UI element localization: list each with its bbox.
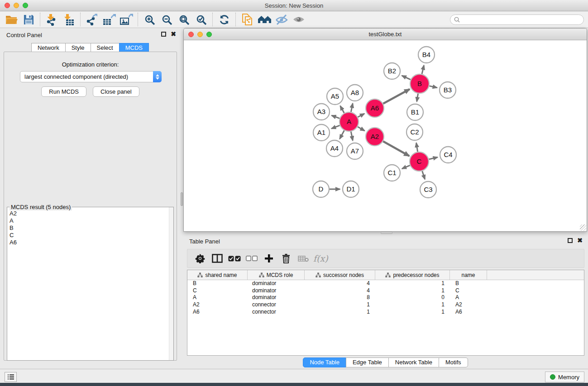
table-settings-gear-button[interactable] [193, 251, 207, 266]
home-button[interactable] [258, 13, 271, 26]
graph-node-A8[interactable]: A8 [347, 85, 363, 101]
tab-node-table[interactable]: Node Table [303, 357, 346, 367]
network-canvas[interactable]: B4B2BB3A8A5A6A3B1AA1C2A2A4A7C4CC1C3DD1 [184, 40, 587, 231]
table-row[interactable]: A6connector11A6 [187, 309, 584, 316]
graph-node-D1[interactable]: D1 [343, 181, 359, 197]
tab-select[interactable]: Select [91, 43, 120, 52]
graph-node-C[interactable]: C [410, 152, 429, 171]
tab-network[interactable]: Network [31, 43, 66, 52]
edge-A-A5[interactable] [340, 106, 344, 113]
search-box[interactable] [450, 14, 584, 25]
edge-B-B3[interactable] [429, 86, 437, 88]
control-panel-float-button[interactable] [161, 32, 166, 37]
graph-node-A4[interactable]: A4 [326, 140, 343, 157]
table-panel-float-button[interactable] [568, 238, 573, 243]
edge-A-A4[interactable] [339, 130, 344, 139]
export-table-button[interactable] [102, 13, 116, 26]
network-resize-grip[interactable] [580, 224, 586, 231]
graph-node-A2[interactable]: A2 [366, 128, 384, 146]
edge-A6-B[interactable] [383, 89, 410, 104]
graph-node-B1[interactable]: B1 [407, 104, 423, 120]
column-header-name[interactable]: name [450, 270, 487, 280]
run-mcds-button[interactable]: Run MCDS [41, 86, 86, 97]
horizontal-splitter-handle[interactable] [381, 232, 392, 234]
tab-edge-table[interactable]: Edge Table [346, 357, 389, 367]
graph-node-A5[interactable]: A5 [327, 88, 343, 105]
refresh-button[interactable] [217, 13, 231, 26]
mcds-result-item[interactable]: A [10, 217, 169, 224]
table-row[interactable]: Bdominator41B [187, 280, 584, 287]
edge-B-B1[interactable] [417, 94, 418, 102]
table-row[interactable]: Cdominator41C [187, 287, 584, 295]
edge-B-B2[interactable] [402, 76, 411, 80]
copy-networks-button[interactable] [240, 13, 254, 26]
import-table-button[interactable] [62, 13, 76, 26]
mcds-result-scrollbar[interactable] [169, 207, 173, 360]
deselect-all-columns-button[interactable] [244, 251, 259, 266]
open-session-button[interactable] [5, 13, 18, 26]
graph-node-B2[interactable]: B2 [384, 63, 400, 79]
graph-node-B4[interactable]: B4 [418, 47, 435, 63]
network-graph[interactable]: B4B2BB3A8A5A6A3B1AA1C2A2A4A7C4CC1C3DD1 [184, 40, 587, 231]
graph-node-A1[interactable]: A1 [313, 124, 330, 141]
graph-node-C3[interactable]: C3 [420, 181, 436, 198]
edge-A-A6[interactable] [358, 114, 364, 117]
tab-motifs[interactable]: Motifs [439, 357, 468, 367]
node-table[interactable]: shared nameMCDS rolesuccessor nodesprede… [187, 270, 584, 356]
export-image-button[interactable] [120, 13, 133, 26]
graph-node-B[interactable]: B [410, 74, 429, 93]
edge-C-C2[interactable] [416, 143, 418, 152]
edge-C-C3[interactable] [422, 171, 425, 179]
control-panel-close-button[interactable]: ✖ [171, 32, 176, 37]
import-network-button[interactable] [45, 13, 58, 26]
edge-A-A2[interactable] [358, 127, 364, 131]
tab-mcds[interactable]: MCDS [119, 43, 149, 52]
edge-B-B4[interactable] [422, 65, 424, 74]
search-input[interactable] [462, 17, 583, 23]
edge-A2-C[interactable] [383, 141, 409, 156]
graph-node-C4[interactable]: C4 [440, 147, 456, 163]
network-window-titlebar[interactable]: testGlobe.txt [184, 29, 587, 40]
table-row[interactable]: Adominator80A [187, 294, 584, 301]
mcds-result-item[interactable]: A2 [10, 210, 169, 217]
graph-node-A6[interactable]: A6 [366, 99, 384, 117]
graph-node-D[interactable]: D [313, 181, 329, 197]
close-panel-button[interactable]: Close panel [93, 86, 139, 97]
edge-A-A7[interactable] [351, 132, 353, 141]
table-row[interactable]: A2connector11A2 [187, 301, 584, 309]
mcds-result-item[interactable]: A6 [10, 239, 169, 246]
tab-style[interactable]: Style [65, 43, 91, 52]
save-session-button[interactable] [22, 13, 35, 26]
zoom-selected-button[interactable] [194, 13, 208, 26]
delete-column-button[interactable] [279, 251, 293, 266]
edge-C-C4[interactable] [429, 157, 437, 159]
mcds-result-list[interactable]: A2ABCA6 [7, 208, 169, 360]
memory-button[interactable]: Memory [545, 372, 584, 382]
task-history-button[interactable] [5, 372, 17, 382]
graph-node-C1[interactable]: C1 [384, 165, 400, 181]
show-all-button[interactable] [292, 13, 306, 26]
column-header-shared-name[interactable]: shared name [187, 270, 248, 280]
edge-A-A3[interactable] [332, 115, 340, 118]
edge-A-A8[interactable] [351, 104, 353, 112]
edge-A-A1[interactable] [331, 125, 339, 129]
graph-node-C2[interactable]: C2 [406, 124, 423, 140]
edge-C-C1[interactable] [402, 165, 410, 168]
tab-network-table[interactable]: Network Table [388, 357, 439, 367]
graph-node-A3[interactable]: A3 [313, 104, 330, 120]
mcds-result-item[interactable]: C [10, 232, 169, 239]
column-header-predecessor-nodes[interactable]: predecessor nodes [375, 270, 450, 280]
column-header-successor-nodes[interactable]: successor nodes [305, 270, 375, 280]
zoom-fit-button[interactable] [177, 13, 191, 26]
criterion-dropdown[interactable]: largest connected component (directed) [20, 71, 162, 82]
export-network-button[interactable] [85, 13, 99, 26]
add-column-button[interactable] [262, 251, 276, 266]
zoom-in-button[interactable] [143, 13, 156, 26]
zoom-out-button[interactable] [160, 13, 173, 26]
select-all-columns-button[interactable] [227, 251, 242, 266]
vertical-splitter-handle[interactable] [181, 192, 183, 206]
graph-node-A7[interactable]: A7 [347, 143, 363, 159]
graph-node-A[interactable]: A [339, 112, 359, 131]
column-header-MCDS-role[interactable]: MCDS role [248, 270, 305, 280]
table-panel-close-button[interactable]: ✖ [577, 238, 583, 243]
